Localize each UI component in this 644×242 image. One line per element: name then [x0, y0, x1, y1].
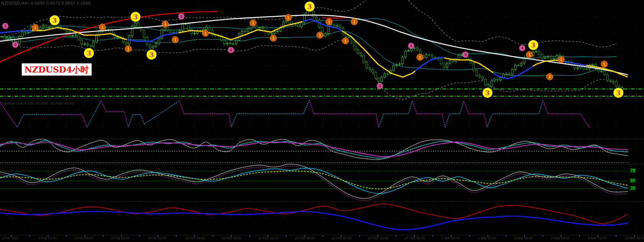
svg-text:4: 4: [464, 53, 466, 57]
time-axis-label: 20 Feb 08:00: [295, 236, 315, 240]
level-label-30: 30: [629, 186, 636, 191]
svg-text:1: 1: [549, 74, 551, 79]
time-axis-label: 6 Mar 08:00: [515, 236, 533, 240]
svg-text:3: 3: [149, 51, 154, 58]
svg-text:3: 3: [87, 49, 91, 57]
svg-text:1: 1: [174, 37, 176, 42]
svg-text:4: 4: [410, 44, 412, 48]
svg-text:4: 4: [230, 48, 232, 52]
indicator-label-win2: t. Buffner | saz k 0:00 -00.0000 -00.000…: [2, 102, 74, 105]
indicator-label-win3: Sig 5, 35 3, 13 QQE4 | 5.9493 | 5.9412: [2, 141, 61, 145]
svg-text:1: 1: [528, 52, 531, 57]
time-axis-label: 8 Mar 00:00: [551, 236, 570, 240]
time-axis-label: 23 Feb 16:00: [368, 236, 388, 240]
svg-text:4: 4: [379, 84, 381, 88]
time-axis-label: 16 Feb 16:00: [258, 236, 278, 240]
time-axis-label: 8 Feb 00:00: [111, 236, 130, 240]
svg-text:3: 3: [133, 13, 138, 21]
support-lines-layer: [0, 89, 644, 96]
svg-text:1: 1: [127, 47, 129, 51]
chart-title: NZDUSD,H4+ 0.6669 0.6673 0.6657 0.6665: [1, 1, 91, 5]
svg-text:1: 1: [319, 33, 321, 37]
win2-semaphore-layer: [0, 100, 590, 128]
win5-momentum-layer: [0, 204, 628, 230]
time-axis-label: 9 Mar 16:00: [588, 236, 606, 240]
svg-text:3: 3: [531, 41, 536, 49]
time-axis-label: 15 Feb 00:00: [221, 236, 242, 240]
svg-text:3: 3: [616, 89, 621, 97]
svg-text:1: 1: [34, 25, 36, 30]
svg-text:1: 1: [419, 55, 421, 60]
svg-text:1: 1: [560, 57, 562, 62]
svg-text:1: 1: [252, 21, 254, 25]
level-label-78: 78: [629, 168, 636, 173]
level-label-50: 50: [629, 178, 636, 183]
win3-qqe-layer: [0, 139, 628, 163]
svg-text:3: 3: [485, 89, 490, 97]
time-axis-label: 2 Mar 16:00: [478, 236, 496, 240]
chart-canvas[interactable]: 4444444411111111111111111133333333: [0, 0, 644, 242]
svg-text:4: 4: [521, 46, 523, 50]
svg-text:4: 4: [14, 43, 16, 47]
svg-text:1: 1: [328, 19, 330, 24]
time-axis-label: 13 Mar 08:00: [625, 236, 644, 240]
svg-text:3: 3: [52, 16, 57, 24]
time-axis[interactable]: 1 Feb 20173 Feb 16:006 Feb 08:008 Feb 00…: [0, 236, 644, 242]
svg-text:3: 3: [307, 3, 312, 10]
mt4-chart-window: 4444444411111111111111111133333333 NZDUS…: [0, 0, 644, 242]
time-axis-label: 1 Mar 00:00: [441, 236, 460, 240]
svg-text:1: 1: [603, 62, 605, 66]
svg-text:1: 1: [287, 15, 289, 20]
svg-text:1: 1: [204, 31, 207, 35]
svg-text:1: 1: [272, 36, 274, 40]
time-axis-label: 1 Feb 2017: [2, 236, 19, 240]
time-axis-label: 9 Feb 16:00: [148, 236, 166, 240]
svg-text:4: 4: [4, 24, 6, 28]
time-axis-label: 3 Feb 16:00: [38, 236, 56, 240]
time-axis-label: 27 Feb 08:00: [405, 236, 425, 240]
separators-layer: [0, 98, 644, 237]
svg-text:4: 4: [180, 15, 182, 19]
time-axis-label: 22 Feb 00:00: [331, 236, 352, 240]
svg-text:1: 1: [164, 22, 166, 26]
time-axis-label: 6 Feb 08:00: [75, 236, 93, 240]
win4-stoch-layer: [0, 164, 628, 200]
time-axis-label: 13 Feb 08:00: [185, 236, 205, 240]
svg-text:1: 1: [353, 19, 355, 24]
svg-text:1: 1: [101, 25, 103, 29]
symbol-comment-label: NZDUSD4小时: [22, 63, 92, 76]
svg-text:1: 1: [344, 39, 347, 43]
